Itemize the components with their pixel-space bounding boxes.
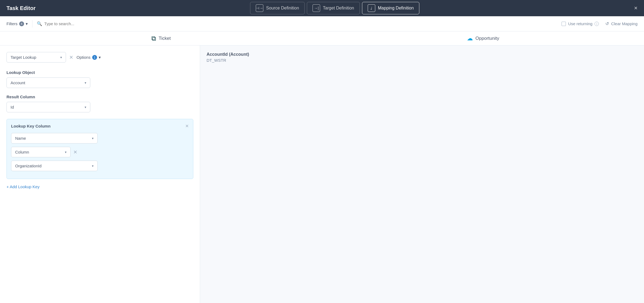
- type-row: Target Lookup ▾ ✕ Options 1 ▾: [6, 52, 193, 63]
- lookup-key-column-title: Lookup Key Column: [11, 124, 51, 128]
- source-target-bar: ⧉ Ticket ☁ Opportunity: [0, 31, 644, 45]
- nav-target-definition[interactable]: →| Target Definition: [307, 2, 360, 14]
- target-section: ☁ Opportunity: [322, 35, 644, 42]
- refresh-icon: ↺: [605, 21, 609, 26]
- lookup-key-header: Lookup Key Column ✕: [11, 123, 189, 129]
- search-icon: 🔍: [37, 21, 42, 26]
- source-label: Ticket: [159, 36, 171, 41]
- info-icon: i: [595, 22, 599, 26]
- add-lookup-key-button[interactable]: + Add Lookup Key: [6, 184, 193, 189]
- source-section: ⧉ Ticket: [0, 35, 322, 42]
- salesforce-logo-icon: ☁: [467, 35, 473, 42]
- options-chevron-icon: ▾: [99, 55, 101, 60]
- type-select[interactable]: Target Lookup ▾: [6, 52, 66, 63]
- target-definition-icon: →|: [313, 4, 320, 12]
- column-close-icon[interactable]: ✕: [73, 149, 77, 155]
- zendesk-logo-icon: ⧉: [151, 35, 156, 42]
- lookup-object-label: Lookup Object: [6, 70, 193, 75]
- result-column-label: Result Column: [6, 95, 193, 99]
- filters-button[interactable]: Filters 4 ▾: [6, 21, 28, 26]
- use-returning-label: Use returning: [568, 21, 592, 26]
- left-panel: Target Lookup ▾ ✕ Options 1 ▾ Lookup Obj…: [0, 45, 200, 303]
- nav-mapping-definition[interactable]: ♩ Mapping Definition: [362, 2, 420, 14]
- mapping-definition-label: Mapping Definition: [378, 6, 414, 11]
- lookup-object-select[interactable]: Account ▾: [6, 77, 90, 88]
- name-select-chevron-icon: ▾: [92, 136, 94, 140]
- lookup-object-section: Lookup Object Account ▾: [6, 70, 193, 88]
- clear-mapping-label: Clear Mapping: [611, 21, 638, 26]
- close-button[interactable]: ×: [634, 5, 638, 12]
- source-definition-label: Source Definition: [266, 6, 299, 11]
- use-returning-option[interactable]: Use returning i: [562, 21, 599, 26]
- account-id-label: AccountId (Account): [207, 52, 638, 57]
- source-definition-icon: ⊣→: [256, 4, 263, 12]
- nav-source-definition[interactable]: ⊣→ Source Definition: [250, 2, 305, 14]
- options-button[interactable]: Options 1 ▾: [77, 55, 101, 60]
- name-select[interactable]: Name ▾: [11, 133, 98, 144]
- header-nav: ⊣→ Source Definition →| Target Definitio…: [46, 2, 623, 14]
- options-count-badge: 1: [92, 55, 97, 60]
- result-column-section: Result Column Id ▾: [6, 95, 193, 112]
- add-lookup-key-label: + Add Lookup Key: [6, 184, 39, 189]
- result-column-select[interactable]: Id ▾: [6, 102, 90, 112]
- lookup-object-chevron-icon: ▾: [85, 81, 86, 85]
- result-column-chevron-icon: ▾: [85, 105, 86, 109]
- column-row: Column ▾ ✕: [11, 147, 189, 157]
- lookup-key-column-box: Lookup Key Column ✕ Name ▾ Column ▾ ✕ Or…: [6, 119, 193, 179]
- header: Task Editor ⊣→ Source Definition →| Targ…: [0, 0, 644, 16]
- filters-chevron-icon: ▾: [26, 21, 28, 26]
- account-id-section: AccountId (Account) DT_WSTR: [207, 52, 638, 63]
- main-content: Target Lookup ▾ ✕ Options 1 ▾ Lookup Obj…: [0, 45, 644, 303]
- toolbar-right: Use returning i ↺ Clear Mapping: [562, 21, 638, 26]
- column-select-value: Column: [15, 150, 29, 154]
- mapping-definition-icon: ♩: [368, 4, 375, 12]
- toolbar: Filters 4 ▾ 🔍 Use returning i ↺ Clear Ma…: [0, 16, 644, 31]
- lookup-object-value: Account: [11, 80, 25, 85]
- org-id-chevron-icon: ▾: [92, 164, 94, 168]
- search-input[interactable]: [44, 21, 125, 26]
- column-select-chevron-icon: ▾: [65, 150, 67, 154]
- filters-count: 4: [19, 21, 24, 26]
- org-id-select-value: OrganizationId: [15, 164, 42, 168]
- org-id-select[interactable]: OrganizationId ▾: [11, 161, 98, 171]
- type-close-icon[interactable]: ✕: [69, 54, 73, 60]
- target-definition-label: Target Definition: [323, 6, 354, 11]
- type-select-label: Target Lookup: [11, 55, 36, 60]
- column-select[interactable]: Column ▾: [11, 147, 71, 157]
- filters-label: Filters: [6, 21, 18, 26]
- result-column-value: Id: [11, 105, 14, 109]
- use-returning-checkbox[interactable]: [562, 22, 566, 26]
- name-select-value: Name: [15, 136, 26, 141]
- target-label: Opportunity: [476, 36, 499, 41]
- app-title: Task Editor: [6, 5, 35, 11]
- lookup-key-close-icon[interactable]: ✕: [185, 123, 189, 129]
- options-label: Options: [77, 55, 91, 60]
- account-id-sub: DT_WSTR: [207, 58, 638, 63]
- right-panel: AccountId (Account) DT_WSTR: [200, 45, 644, 303]
- toolbar-divider: [32, 20, 32, 28]
- type-select-chevron-icon: ▾: [60, 56, 62, 59]
- search-area: 🔍: [37, 21, 557, 26]
- clear-mapping-button[interactable]: ↺ Clear Mapping: [605, 21, 638, 26]
